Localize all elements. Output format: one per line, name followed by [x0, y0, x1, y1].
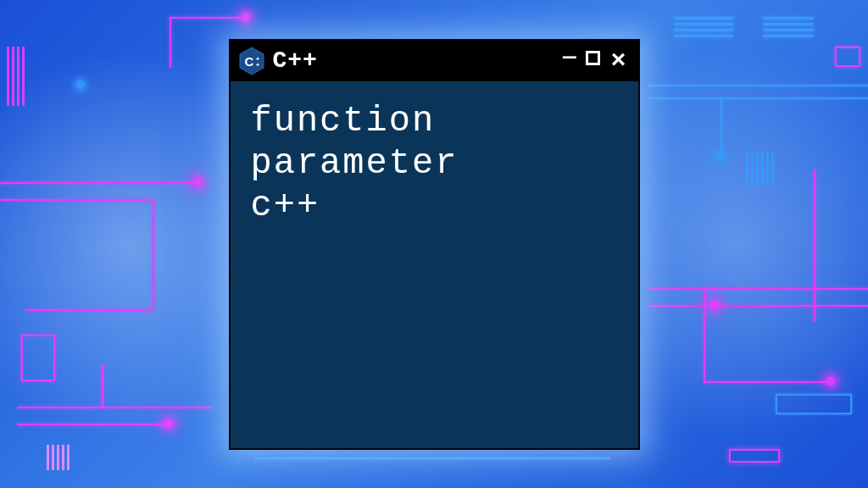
cpp-icon: C + +: [239, 47, 264, 75]
code-line-3: c++: [251, 185, 618, 227]
svg-text:+: +: [255, 56, 259, 62]
window-controls: — ×: [563, 48, 626, 74]
code-line-2: parameter: [251, 142, 618, 185]
svg-text:C: C: [244, 54, 253, 69]
code-line-1: function: [251, 100, 618, 142]
terminal-window: C + + C++ — × function parameter c++: [229, 39, 640, 450]
close-button[interactable]: ×: [610, 48, 626, 74]
title-bar: C + + C++ — ×: [231, 41, 638, 81]
svg-text:+: +: [255, 62, 259, 68]
maximize-button[interactable]: [586, 51, 600, 65]
terminal-body: function parameter c++: [231, 81, 638, 448]
window-title: C++: [273, 47, 554, 74]
minimize-button[interactable]: —: [563, 46, 576, 68]
